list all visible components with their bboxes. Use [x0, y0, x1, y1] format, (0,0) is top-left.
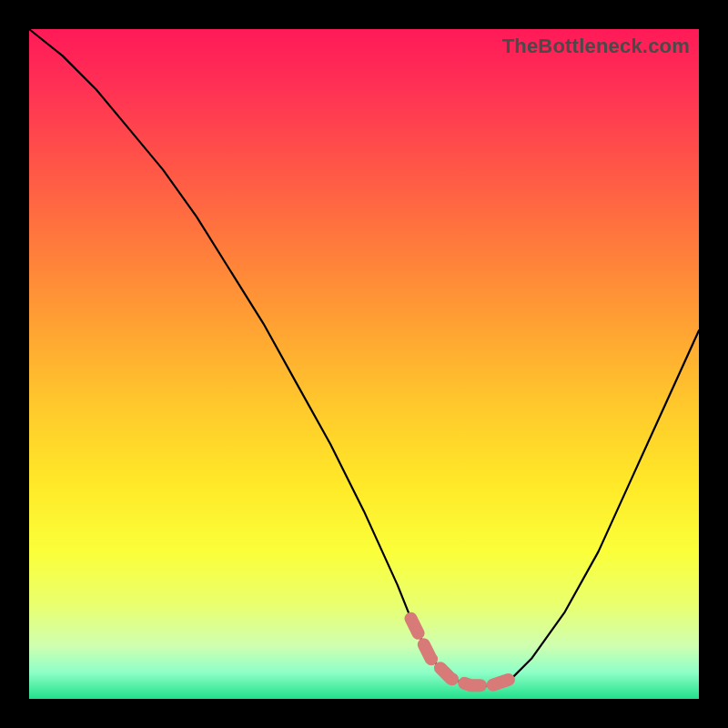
- curve-layer: [29, 29, 699, 699]
- bottleneck-curve: [29, 29, 699, 685]
- valley-highlight: [411, 619, 511, 686]
- plot-area: TheBottleneck.com: [29, 29, 699, 699]
- chart-stage: TheBottleneck.com: [0, 0, 728, 728]
